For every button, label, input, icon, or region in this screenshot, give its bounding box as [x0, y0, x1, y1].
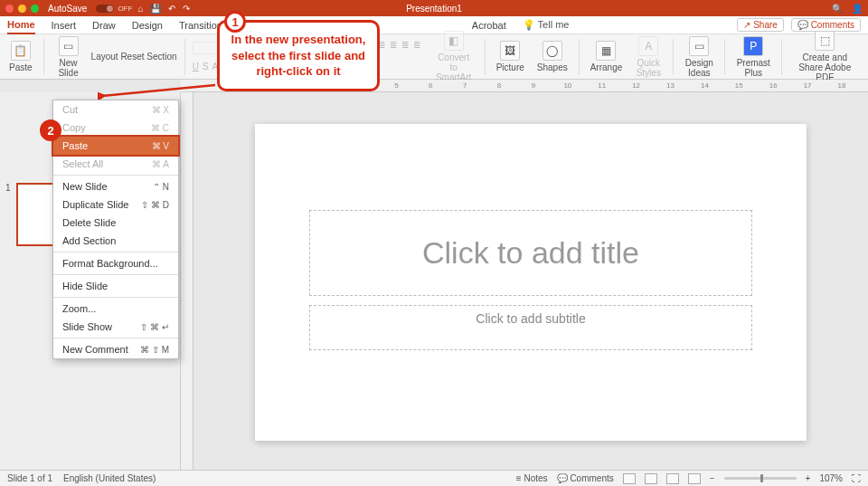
adobe-pdf-button[interactable]: ⬚Create and Share Adobe PDF: [789, 31, 860, 82]
paste-label: Paste: [9, 62, 33, 72]
account-icon[interactable]: 👤: [852, 4, 863, 14]
reading-view-icon[interactable]: [666, 473, 679, 484]
design-ideas-label: Design Ideas: [684, 58, 713, 78]
ctx-cut[interactable]: Cut⌘ X: [53, 100, 178, 119]
ctx-new-slide[interactable]: New Slide⌃ N: [53, 177, 178, 195]
new-slide-icon: ▭: [59, 36, 79, 56]
premast-button[interactable]: PPremast Plus: [732, 36, 774, 78]
arrange-button[interactable]: ▦Arrange: [587, 41, 627, 72]
section-button[interactable]: Section: [146, 52, 176, 62]
smartart-label: Convert to SmartArt: [434, 52, 474, 82]
new-slide-label: New Slide: [55, 58, 82, 78]
share-button[interactable]: ↗ Share: [737, 18, 783, 32]
paste-group[interactable]: 📋Paste: [5, 41, 36, 72]
zoom-level[interactable]: 107%: [819, 473, 843, 483]
sorter-view-icon[interactable]: [645, 473, 657, 484]
convert-smartart[interactable]: ◧Convert to SmartArt: [430, 31, 477, 82]
vertical-ruler: [181, 92, 193, 472]
tab-draw[interactable]: Draw: [92, 17, 116, 33]
slideshow-view-icon[interactable]: [688, 473, 701, 484]
status-bar: Slide 1 of 1 English (United States) ≡ N…: [0, 470, 868, 486]
premast-label: Premast Plus: [736, 58, 770, 78]
premast-icon: P: [743, 36, 763, 56]
ctx-format-background[interactable]: Format Background...: [53, 254, 178, 272]
window-controls: [5, 5, 39, 13]
paste-icon: 📋: [11, 41, 31, 61]
quick-styles-label: Quick Styles: [635, 58, 662, 78]
ribbon: 📋Paste ▭New Slide Layout Reset Section B…: [0, 34, 868, 80]
autosave-state: OFF: [118, 5, 132, 13]
adobe-icon: ⬚: [815, 31, 835, 51]
annotation-step1-callout: In the new presentation, select the firs…: [217, 20, 380, 91]
tab-design[interactable]: Design: [132, 17, 163, 33]
reset-button[interactable]: Reset: [120, 52, 144, 62]
annotation-badge-2: 2: [40, 119, 61, 141]
picture-icon: 🖼: [500, 41, 520, 61]
language-indicator[interactable]: English (United States): [63, 473, 156, 483]
shapes-label: Shapes: [537, 62, 568, 72]
smartart-icon: ◧: [444, 31, 464, 51]
layout-button[interactable]: Layout: [91, 52, 118, 62]
tell-me-search[interactable]: 💡 Tell me: [523, 19, 570, 31]
context-menu: Cut⌘ X Copy⌘ C Paste⌘ V Select All⌘ A Ne…: [52, 100, 179, 359]
ctx-delete-slide[interactable]: Delete Slide: [53, 214, 178, 232]
autosave-label: AutoSave: [48, 4, 87, 14]
notes-button[interactable]: ≡ Notes: [516, 473, 548, 483]
subtitle-placeholder[interactable]: Click to add subtitle: [309, 305, 752, 350]
quick-styles-icon: A: [638, 36, 658, 56]
ctx-duplicate-slide[interactable]: Duplicate Slide⇧ ⌘ D: [53, 195, 178, 214]
slide-number: 1: [5, 183, 11, 193]
ctx-new-comment[interactable]: New Comment⌘ ⇧ M: [53, 340, 178, 358]
zoom-out-icon[interactable]: −: [710, 473, 715, 483]
document-title: Presentation1: [406, 4, 462, 14]
slide-editor[interactable]: Click to add title Click to add subtitle: [193, 92, 868, 472]
comments-button[interactable]: 💬 Comments: [791, 18, 861, 32]
comments-toggle[interactable]: 💬 Comments: [557, 473, 614, 483]
picture-label: Picture: [496, 62, 524, 72]
save-icon[interactable]: 💾: [150, 4, 161, 14]
home-icon[interactable]: ⌂: [137, 4, 143, 14]
design-ideas-button[interactable]: ▭Design Ideas: [681, 36, 717, 78]
fit-to-window-icon[interactable]: ⛶: [852, 473, 861, 483]
quick-access-toolbar: ⌂ 💾 ↶ ↷: [137, 4, 190, 14]
picture-button[interactable]: 🖼Picture: [493, 41, 528, 72]
slide-canvas[interactable]: Click to add title Click to add subtitle: [255, 124, 807, 441]
search-icon[interactable]: 🔍: [832, 4, 843, 14]
ctx-paste[interactable]: Paste⌘ V: [53, 137, 178, 155]
slide-counter[interactable]: Slide 1 of 1: [7, 473, 52, 483]
new-slide-button[interactable]: ▭New Slide: [52, 36, 86, 78]
annotation-arrow: [98, 81, 220, 100]
annotation-badge-1: 1: [224, 11, 246, 33]
zoom-in-icon[interactable]: +: [806, 473, 811, 483]
ctx-select-all[interactable]: Select All⌘ A: [53, 155, 178, 173]
svg-line-0: [102, 85, 215, 96]
shapes-icon: ◯: [542, 41, 562, 61]
arrange-icon: ▦: [596, 41, 616, 61]
title-placeholder[interactable]: Click to add title: [309, 210, 752, 296]
ctx-copy[interactable]: Copy⌘ C: [53, 119, 178, 137]
minimize-window-icon[interactable]: [18, 5, 26, 13]
close-window-icon[interactable]: [5, 5, 14, 13]
ctx-slide-show[interactable]: Slide Show⇧ ⌘ ↵: [53, 318, 178, 336]
ctx-add-section[interactable]: Add Section: [53, 232, 178, 250]
design-ideas-icon: ▭: [689, 36, 709, 56]
autosave-toggle[interactable]: [96, 5, 114, 13]
adobe-label: Create and Share Adobe PDF: [793, 52, 856, 82]
maximize-window-icon[interactable]: [31, 5, 39, 13]
arrange-label: Arrange: [590, 62, 623, 72]
titlebar: AutoSave OFF ⌂ 💾 ↶ ↷ Presentation1 🔍 👤: [0, 0, 868, 16]
tab-home[interactable]: Home: [7, 16, 35, 34]
ctx-hide-slide[interactable]: Hide Slide: [53, 277, 178, 295]
normal-view-icon[interactable]: [623, 473, 636, 484]
redo-icon[interactable]: ↷: [183, 4, 190, 14]
ctx-zoom[interactable]: Zoom...: [53, 300, 178, 318]
quick-styles-button[interactable]: AQuick Styles: [631, 36, 665, 78]
undo-icon[interactable]: ↶: [168, 4, 175, 14]
zoom-slider[interactable]: [724, 477, 797, 480]
shapes-button[interactable]: ◯Shapes: [533, 41, 571, 72]
tab-insert[interactable]: Insert: [52, 17, 77, 33]
